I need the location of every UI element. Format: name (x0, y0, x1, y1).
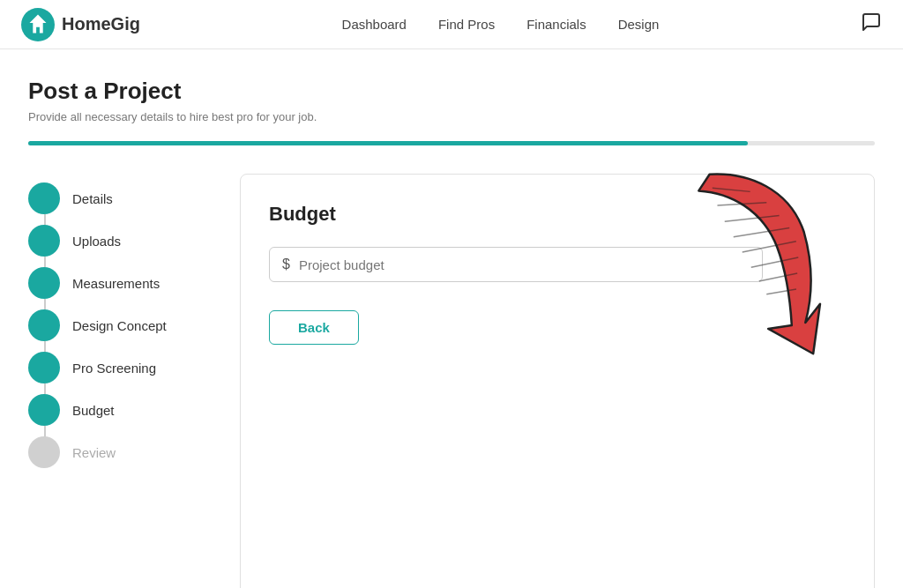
step-dot-budget (28, 394, 60, 426)
step-dot-pro-screening (28, 352, 60, 383)
nav-find-pros[interactable]: Find Pros (438, 17, 495, 32)
page-subtitle: Provide all necessary details to hire be… (28, 110, 875, 123)
step-label-review: Review (72, 445, 116, 460)
chat-icon (861, 11, 882, 33)
logo-text: HomeGig (62, 14, 140, 34)
main-layout: Details Uploads Measurements Design Conc… (28, 174, 875, 588)
step-measurements[interactable]: Measurements (28, 262, 222, 304)
logo-icon (21, 8, 55, 41)
nav-design[interactable]: Design (618, 17, 660, 32)
step-dot-uploads (28, 225, 60, 257)
nav-financials[interactable]: Financials (526, 17, 586, 32)
back-button[interactable]: Back (269, 310, 359, 345)
step-design-concept[interactable]: Design Concept (28, 304, 222, 346)
svg-line-1 (713, 173, 750, 207)
step-details[interactable]: Details (28, 177, 222, 220)
step-review[interactable]: Review (28, 431, 222, 473)
svg-line-7 (759, 263, 797, 292)
dollar-sign-icon: $ (282, 257, 290, 272)
step-label-budget: Budget (72, 403, 115, 418)
steps-sidebar: Details Uploads Measurements Design Conc… (28, 174, 222, 588)
step-label-measurements: Measurements (72, 276, 160, 291)
svg-line-8 (766, 280, 796, 303)
budget-input-wrap[interactable]: $ (269, 247, 763, 282)
nav-dashboard[interactable]: Dashboard (342, 17, 407, 32)
step-pro-screening[interactable]: Pro Screening (28, 346, 222, 389)
navbar-links: Dashboard Find Pros Financials Design (342, 17, 660, 32)
budget-input[interactable] (299, 257, 750, 272)
content-panel: Budget $ Back (240, 174, 875, 588)
step-dot-design-concept (28, 309, 60, 341)
step-label-pro-screening: Pro Screening (72, 361, 156, 376)
progress-bar-fill (28, 141, 748, 145)
step-label-design-concept: Design Concept (72, 318, 167, 333)
step-label-details: Details (72, 191, 113, 206)
chat-icon-button[interactable] (861, 11, 882, 38)
navbar: HomeGig Dashboard Find Pros Financials D… (0, 0, 903, 49)
progress-bar-container (28, 141, 875, 145)
step-uploads[interactable]: Uploads (28, 220, 222, 262)
step-dot-measurements (28, 267, 60, 299)
step-budget[interactable]: Budget (28, 389, 222, 431)
step-dot-details (28, 182, 60, 214)
page-title: Post a Project (28, 78, 875, 105)
page-content: Post a Project Provide all necessary det… (0, 49, 903, 588)
panel-title: Budget (269, 203, 846, 226)
logo[interactable]: HomeGig (21, 8, 140, 41)
step-label-uploads: Uploads (72, 234, 121, 249)
step-dot-review (28, 436, 60, 468)
